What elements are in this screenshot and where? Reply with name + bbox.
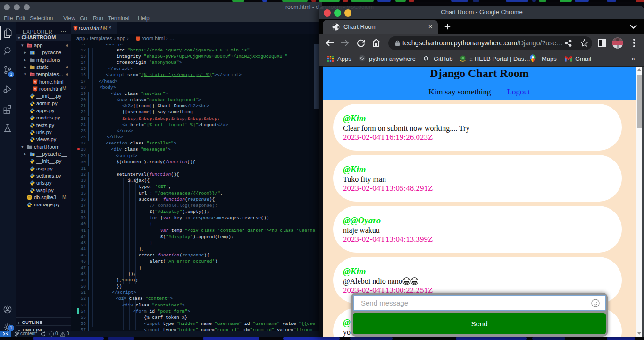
svg-text:5: 5 (34, 87, 36, 91)
svg-text:5: 5 (34, 80, 36, 84)
svg-text:5: 5 (75, 26, 76, 30)
